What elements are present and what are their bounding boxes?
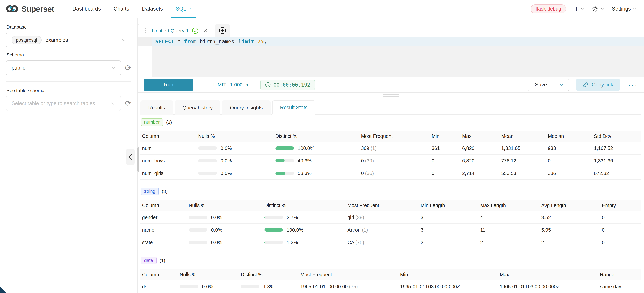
schema-label: Schema <box>6 52 131 58</box>
sql-token <box>254 38 258 44</box>
refresh-tables-icon[interactable]: ⟳ <box>125 100 131 107</box>
query-tab[interactable]: ⋮ Untitled Query 1 <box>138 24 212 37</box>
nav-item-label: Datasets <box>142 6 163 12</box>
new-item-button[interactable]: + <box>574 5 584 13</box>
column-header: Empty <box>600 200 641 211</box>
sql-token: from <box>184 38 196 44</box>
column-header: Distinct % <box>239 269 299 280</box>
panel-resize-handle[interactable] <box>382 94 399 97</box>
percent-cell: 0.0% <box>196 142 274 154</box>
most-frequent-cell: girl (39) <box>346 211 419 224</box>
result-tab-query-history[interactable]: Query history <box>175 100 220 114</box>
stat-cell: same day <box>598 280 641 293</box>
percent-cell: 1.3% <box>239 280 299 293</box>
app-body: Database postgresql examples Schema publ… <box>0 18 644 293</box>
percent-cell: 2.7% <box>263 211 346 224</box>
nulls-bar-track <box>198 172 217 175</box>
settings-menu[interactable]: Settings <box>612 6 636 12</box>
distinct-bar-track <box>264 228 283 232</box>
result-tab-result-stats[interactable]: Result Stats <box>272 100 316 114</box>
caret-down-filled-icon: ▼ <box>245 82 250 87</box>
nulls-bar: 0.0% <box>198 146 272 151</box>
scrollbar-thumb[interactable] <box>137 147 140 172</box>
chevron-down-icon <box>580 8 584 10</box>
nav-item-datasets[interactable]: Datasets <box>136 0 169 18</box>
refresh-schemas-icon[interactable]: ⟳ <box>125 64 131 72</box>
table-row: state0.0%1.3%CA (75)2220 <box>140 236 641 249</box>
collapse-sidebar-button[interactable] <box>126 149 135 165</box>
distinct-bar-fill <box>275 172 285 175</box>
percent-cell: 1.3% <box>263 236 346 249</box>
distinct-bar: 2.7% <box>264 215 344 220</box>
column-header: Distinct % <box>274 131 359 142</box>
nav-item-charts[interactable]: Charts <box>107 0 136 18</box>
limit-dropdown[interactable]: LIMIT: 1 000 ▼ <box>213 82 250 88</box>
percent-cell: 100.0% <box>274 142 359 154</box>
nav-item-label: Charts <box>114 6 129 12</box>
column-header: Most Frequent <box>298 269 398 280</box>
close-tab-icon[interactable] <box>203 28 208 33</box>
sql-editor[interactable]: 1 SELECT * from birth_names limit 75; <box>138 37 644 77</box>
table-row: ds0.0%1.3%1965-01-01T00:00:00 (75)1965-0… <box>140 280 641 293</box>
nulls-bar: 0.0% <box>189 240 261 245</box>
column-header: Range <box>598 269 641 280</box>
copy-link-label: Copy link <box>592 82 614 88</box>
stat-cell: 2 <box>419 236 478 249</box>
distinct-bar-track <box>264 216 283 219</box>
percent-cell: 0.0% <box>187 211 263 224</box>
nav-right: flask-debug + Settings <box>530 4 636 14</box>
results-panel: ResultsQuery historyQuery InsightsResult… <box>138 92 644 293</box>
theme-toggle[interactable] <box>592 6 604 12</box>
most-frequent-cell: 369 (1) <box>359 142 430 154</box>
stat-cell: 4 <box>478 211 540 224</box>
copy-link-button[interactable]: Copy link <box>576 78 620 91</box>
stat-cell: 3 <box>419 211 478 224</box>
stat-cell: 5.95 <box>540 224 600 236</box>
nulls-bar: 0.0% <box>198 158 272 164</box>
schema-select[interactable]: public <box>6 60 121 75</box>
stat-cell: 6,820 <box>460 154 500 167</box>
save-options-caret[interactable] <box>554 79 569 91</box>
column-name-cell: state <box>140 236 187 249</box>
column-header: Nulls % <box>196 131 274 142</box>
percent-cell: 53.3% <box>274 167 359 180</box>
column-header: Avg Length <box>540 200 600 211</box>
code-area[interactable]: SELECT * from birth_names limit 75; <box>152 37 644 77</box>
table-select[interactable]: Select table or type to search tables <box>6 96 121 111</box>
sql-code-line[interactable]: SELECT * from birth_names limit 75; <box>152 37 644 46</box>
most-frequent-count: (75) <box>354 240 364 245</box>
distinct-bar-track <box>264 241 283 244</box>
nulls-bar-label: 0.0% <box>211 227 222 233</box>
new-tab-button[interactable] <box>215 24 230 37</box>
column-name-cell: name <box>140 224 187 236</box>
superset-brand[interactable]: Superset <box>6 4 54 14</box>
run-button[interactable]: Run <box>144 79 193 91</box>
result-tab-results[interactable]: Results <box>140 100 173 114</box>
nav-item-dashboards[interactable]: Dashboards <box>66 0 107 18</box>
table-row: num0.0%100.0%369 (1)3616,8201,331.659331… <box>140 142 641 154</box>
stat-cell: 3.52 <box>540 211 600 224</box>
query-tab-strip: ⋮ Untitled Query 1 <box>138 24 644 37</box>
type-count: (3) <box>162 189 168 194</box>
sql-token: birth_names <box>196 38 234 44</box>
column-name-cell: gender <box>140 211 187 224</box>
distinct-bar-label: 2.7% <box>287 215 298 220</box>
more-menu-icon[interactable]: ··· <box>628 83 638 87</box>
stats-table-date: ColumnNulls %Distinct %Most FrequentMinM… <box>140 269 641 293</box>
sqllab-main: ⋮ Untitled Query 1 1 SELECT * from b <box>138 18 644 293</box>
column-header: Median <box>546 131 592 142</box>
stat-cell: 778.12 <box>500 154 546 167</box>
distinct-bar: 100.0% <box>275 146 358 151</box>
distinct-bar-fill <box>264 216 265 219</box>
nulls-bar-label: 0.0% <box>211 215 222 220</box>
most-frequent-count: (1) <box>361 227 368 233</box>
database-select[interactable]: postgresql examples <box>6 32 131 48</box>
result-tab-query-insights[interactable]: Query Insights <box>222 100 270 114</box>
save-button[interactable]: Save <box>528 79 554 91</box>
column-header: Column <box>140 131 196 142</box>
nulls-bar-track <box>198 146 217 150</box>
most-frequent-count: (75) <box>348 284 358 289</box>
drag-handle-icon: ⋮ <box>143 28 148 33</box>
elapsed-time: 00:00:00.192 <box>274 82 310 88</box>
nav-item-sql[interactable]: SQL <box>169 0 198 18</box>
